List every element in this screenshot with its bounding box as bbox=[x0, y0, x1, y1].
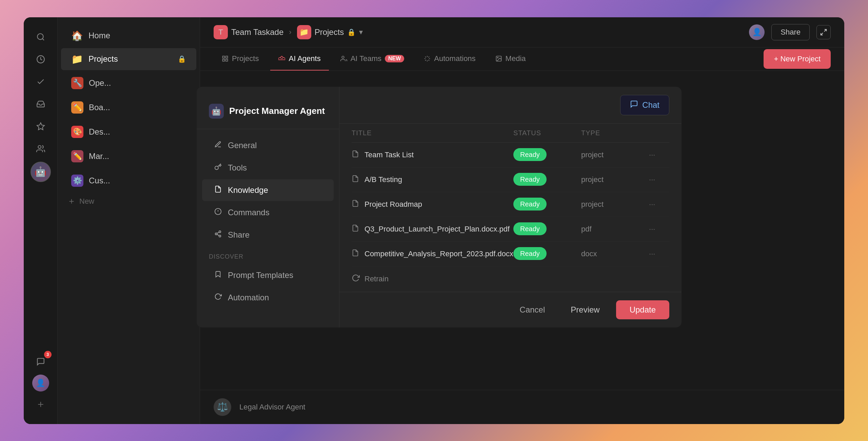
row-type-2: project bbox=[581, 200, 649, 209]
nav-item-prompt-templates[interactable]: Prompt Templates bbox=[202, 264, 334, 286]
row-type-0: project bbox=[581, 151, 649, 159]
svg-rect-12 bbox=[226, 59, 228, 61]
ai-teams-badge: NEW bbox=[385, 55, 404, 62]
retrain-icon bbox=[352, 274, 360, 284]
share-button[interactable]: Share bbox=[771, 24, 810, 40]
status-badge-3: Ready bbox=[513, 222, 547, 235]
table-row: Team Task List Ready project ··· bbox=[352, 143, 669, 167]
retrain-label: Retrain bbox=[364, 275, 389, 283]
user-avatar[interactable]: 👤 bbox=[32, 375, 49, 392]
tools-icon bbox=[214, 163, 222, 173]
sidebar-item-des[interactable]: 🎨 Des... bbox=[61, 120, 196, 143]
sidebar-item-cus[interactable]: ⚙️ Cus... bbox=[61, 169, 196, 192]
nav-item-commands[interactable]: Commands bbox=[202, 202, 334, 223]
nav-item-knowledge[interactable]: Knowledge bbox=[202, 179, 334, 201]
sidebar-item-ope[interactable]: 🔧 Ope... bbox=[61, 72, 196, 95]
nav-item-automation[interactable]: Automation bbox=[202, 287, 334, 308]
nav-item-share[interactable]: Share bbox=[202, 224, 334, 246]
row-more-1[interactable]: ··· bbox=[649, 175, 669, 184]
sidebar-lock-icon: 🔒 bbox=[178, 55, 186, 63]
cancel-button[interactable]: Cancel bbox=[510, 300, 555, 319]
expand-button[interactable] bbox=[816, 25, 831, 39]
sidebar-item-boa[interactable]: ✏️ Boa... bbox=[61, 96, 196, 119]
notification-icon-btn[interactable]: 3 bbox=[31, 352, 50, 371]
file-icon-3 bbox=[352, 224, 359, 234]
status-badge-2: Ready bbox=[513, 198, 547, 211]
chat-icon bbox=[630, 100, 638, 110]
file-icon-1 bbox=[352, 175, 359, 184]
tab-bar: Projects AI Agents AI Teams NEW Automati… bbox=[200, 47, 844, 71]
status-badge-4: Ready bbox=[513, 247, 547, 260]
add-workspace-btn[interactable] bbox=[31, 395, 50, 414]
mar-project-icon: ✏️ bbox=[71, 150, 83, 162]
nav-item-general[interactable]: General bbox=[202, 135, 334, 156]
commands-icon bbox=[214, 208, 222, 217]
svg-point-0 bbox=[37, 34, 43, 39]
tab-media-label: Media bbox=[506, 54, 526, 63]
svg-point-16 bbox=[342, 56, 344, 58]
cus-project-icon: ⚙️ bbox=[71, 175, 83, 187]
tab-projects-label: Projects bbox=[232, 54, 259, 63]
notification-badge: 3 bbox=[44, 351, 52, 358]
check-icon-btn[interactable] bbox=[31, 72, 50, 91]
user-avatar-top[interactable]: 👤 bbox=[749, 24, 765, 40]
chat-button[interactable]: Chat bbox=[620, 95, 669, 115]
row-more-2[interactable]: ··· bbox=[649, 200, 669, 209]
row-more-4[interactable]: ··· bbox=[649, 249, 669, 258]
table-row: Q3_Product_Launch_Project_Plan.docx.pdf … bbox=[352, 217, 669, 242]
row-title-3: Q3_Product_Launch_Project_Plan.docx.pdf bbox=[352, 224, 513, 234]
tab-projects[interactable]: Projects bbox=[214, 47, 267, 71]
row-type-4: docx bbox=[581, 249, 649, 258]
users-icon-btn[interactable] bbox=[31, 139, 50, 158]
sidebar-add-btn[interactable]: New bbox=[58, 193, 200, 210]
nav-prompt-templates-label: Prompt Templates bbox=[228, 270, 293, 280]
projects-icon: 📁 bbox=[71, 54, 83, 65]
home-label: Home bbox=[88, 31, 110, 40]
icon-bar: 🤖 3 👤 bbox=[24, 17, 58, 424]
legal-advisor-avatar: ⚖️ bbox=[214, 398, 231, 416]
status-badge-1: Ready bbox=[513, 173, 547, 186]
modal-title: Project Manager Agent bbox=[229, 106, 325, 116]
tab-automations[interactable]: Automations bbox=[416, 47, 484, 71]
history-icon-btn[interactable] bbox=[31, 50, 50, 69]
preview-button[interactable]: Preview bbox=[561, 300, 609, 319]
file-icon-0 bbox=[352, 150, 359, 160]
svg-point-18 bbox=[497, 57, 498, 58]
sidebar-item-mar[interactable]: ✏️ Mar... bbox=[61, 145, 196, 168]
breadcrumb-dropdown[interactable]: ▾ bbox=[359, 28, 363, 37]
modal-footer: Cancel Preview Update bbox=[339, 292, 682, 327]
breadcrumb-lock-icon: 🔒 bbox=[347, 28, 356, 36]
projects-breadcrumb-icon: 📁 bbox=[297, 25, 311, 39]
modal-nav: 🤖 Project Manager Agent General Tools bbox=[197, 87, 339, 327]
svg-point-23 bbox=[215, 233, 217, 235]
table-row: Project Roadmap Ready project ··· bbox=[352, 192, 669, 217]
tab-media[interactable]: Media bbox=[487, 47, 534, 71]
tab-ai-teams[interactable]: AI Teams NEW bbox=[332, 47, 413, 71]
tab-ai-agents[interactable]: AI Agents bbox=[270, 47, 329, 71]
modal-agent-icon: 🤖 bbox=[209, 104, 224, 119]
sidebar-item-projects[interactable]: 📁 Projects 🔒 bbox=[61, 48, 196, 70]
breadcrumb: T Team Taskade › 📁 Projects 🔒 ▾ bbox=[214, 25, 742, 39]
row-more-3[interactable]: ··· bbox=[649, 225, 669, 234]
table-row: Competitive_Analysis_Report_2023.pdf.doc… bbox=[352, 242, 669, 266]
new-project-button[interactable]: + New Project bbox=[764, 49, 831, 69]
knowledge-table: TITLE STATUS TYPE Team Task List Ready bbox=[339, 124, 682, 292]
agent-icon-btn[interactable]: 🤖 bbox=[31, 162, 51, 182]
top-bar-actions: 👤 Share bbox=[749, 24, 831, 40]
star-icon-btn[interactable] bbox=[31, 117, 50, 136]
breadcrumb-team: T Team Taskade bbox=[214, 25, 283, 39]
modal-container: 🤖 Project Manager Agent General Tools bbox=[197, 87, 671, 327]
row-type-3: pdf bbox=[581, 225, 649, 234]
search-icon-btn[interactable] bbox=[31, 27, 50, 46]
row-title-0: Team Task List bbox=[352, 150, 513, 160]
nav-item-tools[interactable]: Tools bbox=[202, 157, 334, 179]
inbox-icon-btn[interactable] bbox=[31, 95, 50, 114]
automation-icon bbox=[214, 293, 222, 302]
svg-line-25 bbox=[217, 234, 219, 236]
retrain-row[interactable]: Retrain bbox=[352, 266, 669, 292]
update-button[interactable]: Update bbox=[616, 300, 669, 319]
row-more-0[interactable]: ··· bbox=[649, 151, 669, 159]
sidebar: 🏠 Home 📁 Projects 🔒 🔧 Ope... ✏️ Boa... 🎨… bbox=[58, 17, 200, 424]
col-title: TITLE bbox=[352, 129, 513, 137]
sidebar-item-home[interactable]: 🏠 Home bbox=[61, 25, 196, 47]
